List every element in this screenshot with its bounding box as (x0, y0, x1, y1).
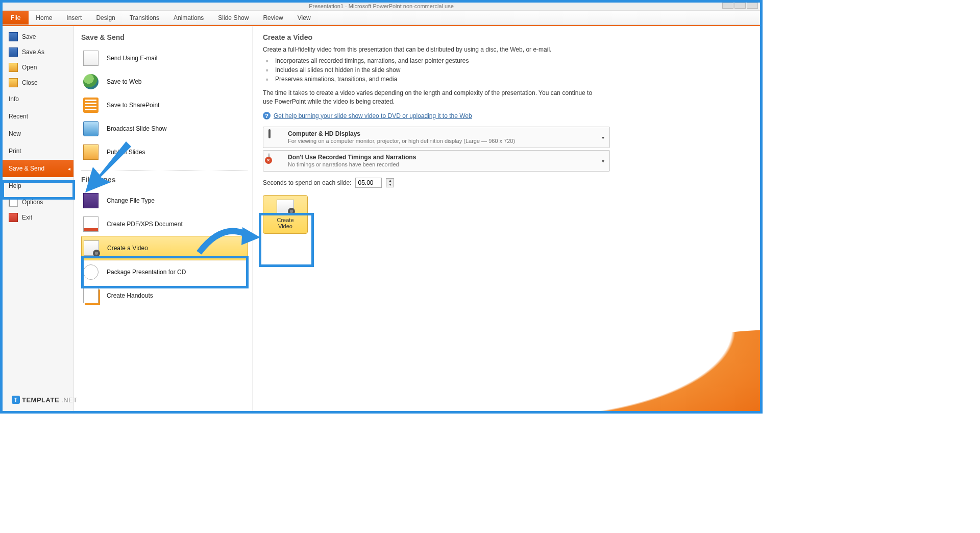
timings-dropdown-title: Don't Use Recorded Timings and Narration… (288, 154, 416, 161)
watermark: T TEMPLATE.NET (12, 396, 78, 404)
divider (81, 170, 248, 171)
nav-close-label: Close (22, 79, 38, 86)
create-video-button[interactable]: Create Video (263, 195, 308, 234)
bullet-slides: Includes all slides not hidden in the sl… (266, 65, 750, 75)
timings-dropdown-subtitle: No timings or narrations have been recor… (288, 161, 399, 167)
backstage-left-nav: Save Save As Open Close Info Recent New … (3, 26, 74, 411)
get-help-link[interactable]: Get help burning your slide show video t… (263, 112, 472, 119)
nav-recent[interactable]: Recent (3, 108, 74, 125)
watermark-suffix: .NET (61, 396, 78, 404)
spinner-up[interactable]: ▲ (386, 179, 394, 183)
quality-dropdown-subtitle: For viewing on a computer monitor, proje… (288, 138, 515, 144)
watermark-icon: T (12, 396, 20, 404)
nav-new-label: New (9, 130, 21, 137)
seconds-per-slide-row: Seconds to spend on each slide: ▲ ▼ (263, 178, 750, 188)
nav-new[interactable]: New (3, 125, 74, 142)
tab-slideshow[interactable]: Slide Show (211, 11, 256, 25)
save-to-sharepoint[interactable]: Save to SharePoint (81, 93, 248, 117)
spinner-down[interactable]: ▼ (386, 183, 394, 187)
seconds-input[interactable] (355, 178, 382, 188)
nav-save-label: Save (22, 33, 36, 40)
ribbon-tabstrip: File Home Insert Design Transitions Anim… (3, 11, 760, 25)
maximize-button[interactable] (734, 3, 746, 9)
nav-exit[interactable]: Exit (3, 210, 74, 225)
nav-print-label: Print (9, 148, 21, 155)
nav-open[interactable]: Open (3, 60, 74, 75)
create-pdf-xps[interactable]: Create PDF/XPS Document (81, 212, 248, 236)
window-title: Presentation1 - Microsoft PowerPoint non… (309, 3, 454, 9)
quality-dropdown-title: Computer & HD Displays (288, 130, 515, 137)
create-video-bullets: Incorporates all recorded timings, narra… (266, 56, 750, 84)
watermark-brand: TEMPLATE (22, 396, 59, 404)
window-controls (722, 3, 758, 9)
change-file-type[interactable]: Change File Type (81, 189, 248, 212)
quality-dropdown[interactable]: Computer & HD Displays For viewing on a … (263, 127, 610, 148)
save-to-web-label: Save to Web (107, 78, 141, 85)
nav-exit-label: Exit (22, 214, 32, 221)
nav-open-label: Open (22, 64, 37, 71)
tab-home[interactable]: Home (29, 11, 59, 25)
nav-save-send-label: Save & Send (9, 165, 44, 172)
monitor-icon (268, 129, 271, 138)
bullet-media: Preserves animations, transitions, and m… (266, 75, 750, 84)
send-using-email-label: Send Using E-mail (107, 55, 157, 62)
minimize-button[interactable] (722, 3, 733, 9)
create-video-button-label-2: Video (278, 223, 292, 229)
create-a-video[interactable]: Create a Video (81, 236, 248, 260)
nav-info[interactable]: Info (3, 90, 74, 108)
window-titlebar: Presentation1 - Microsoft PowerPoint non… (3, 3, 760, 11)
broadcast-slideshow-label: Broadcast Slide Show (107, 125, 166, 132)
tab-animations[interactable]: Animations (166, 11, 211, 25)
video-icon (84, 240, 99, 256)
nav-options[interactable]: Options (3, 195, 74, 210)
create-video-note: The time it takes to create a video vari… (263, 89, 600, 106)
publish-slides[interactable]: Publish Slides (81, 140, 248, 164)
folder-open-icon (9, 63, 18, 72)
create-a-video-label: Create a Video (107, 245, 148, 252)
broadcast-icon (83, 121, 99, 136)
bullet-timings: Incorporates all recorded timings, narra… (266, 56, 750, 65)
publish-slides-label: Publish Slides (107, 149, 145, 156)
create-video-intro: Create a full-fidelity video from this p… (263, 45, 750, 54)
nav-close[interactable]: Close (3, 75, 74, 90)
nav-recent-label: Recent (9, 113, 28, 120)
timings-dropdown[interactable]: Don't Use Recorded Timings and Narration… (263, 150, 610, 172)
nav-save-send[interactable]: Save & Send (3, 160, 74, 177)
package-for-cd[interactable]: Package Presentation for CD (81, 260, 248, 284)
nav-save[interactable]: Save (3, 29, 74, 44)
save-to-web[interactable]: Save to Web (81, 70, 248, 93)
tab-view[interactable]: View (290, 11, 318, 25)
create-video-button-label-1: Create (277, 217, 293, 223)
save-send-column: Save & Send Send Using E-mail Save to We… (74, 26, 253, 411)
tab-transitions[interactable]: Transitions (122, 11, 166, 25)
save-icon (9, 32, 18, 41)
create-video-button-icon (277, 200, 294, 214)
nav-help-label: Help (9, 182, 21, 189)
create-video-panel: Create a Video Create a full-fidelity vi… (253, 26, 760, 411)
nav-help[interactable]: Help (3, 177, 74, 195)
file-types-heading: File Types (81, 176, 248, 184)
mail-icon (83, 51, 99, 66)
create-handouts[interactable]: Create Handouts (81, 284, 248, 307)
broadcast-slideshow[interactable]: Broadcast Slide Show (81, 117, 248, 140)
exit-icon (9, 213, 18, 222)
nav-options-label: Options (22, 199, 43, 206)
change-file-type-label: Change File Type (107, 197, 155, 204)
seconds-spinner: ▲ ▼ (386, 178, 394, 187)
nav-save-as[interactable]: Save As (3, 44, 74, 60)
tab-review[interactable]: Review (256, 11, 290, 25)
create-video-title: Create a Video (263, 33, 750, 41)
handout-icon (83, 288, 99, 303)
close-window-button[interactable] (747, 3, 758, 9)
folder-close-icon (9, 78, 18, 87)
get-help-link-label: Get help burning your slide show video t… (274, 112, 472, 119)
tab-file[interactable]: File (3, 11, 29, 25)
cd-icon (83, 264, 99, 280)
timer-icon (268, 153, 270, 161)
nav-save-as-label: Save As (22, 49, 44, 56)
send-using-email[interactable]: Send Using E-mail (81, 46, 248, 70)
create-pdf-xps-label: Create PDF/XPS Document (107, 221, 183, 228)
tab-design[interactable]: Design (89, 11, 122, 25)
tab-insert[interactable]: Insert (59, 11, 89, 25)
nav-print[interactable]: Print (3, 142, 74, 160)
